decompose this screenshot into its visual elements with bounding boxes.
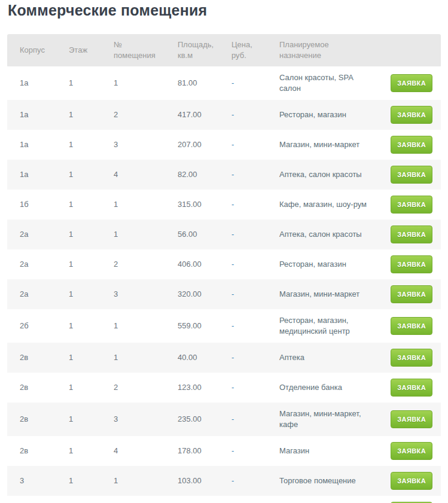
request-button[interactable]: ЗАЯВКА: [391, 136, 432, 154]
cell-korpus: 1а: [7, 66, 56, 100]
cell-purpose: Ресторан, магазин: [267, 100, 374, 130]
cell-price: -: [219, 373, 267, 403]
cell-number: 3: [101, 403, 165, 436]
cell-number: 1: [101, 66, 165, 100]
cell-korpus: 2в: [7, 343, 56, 373]
cell-price: -: [219, 343, 267, 373]
cell-purpose: Торговое помещение: [267, 466, 374, 496]
cell-korpus: 3: [7, 496, 56, 503]
column-header-floor: Этаж: [56, 34, 101, 66]
cell-floor: 1: [56, 373, 101, 403]
cell-korpus: 1а: [7, 130, 56, 160]
column-header-price: Цена, руб.: [219, 34, 267, 66]
cell-action: ЗАЯВКА: [374, 220, 441, 249]
cell-floor: 1: [56, 249, 101, 279]
table-header-row: Корпус Этаж № помещения Площадь, кв.м Це…: [7, 34, 441, 66]
cell-korpus: 2б: [7, 309, 56, 343]
table-row: 2а 1 1 56.00 - Аптека, салон красоты ЗАЯ…: [7, 220, 441, 249]
request-button[interactable]: ЗАЯВКА: [391, 166, 432, 184]
cell-number: 2: [101, 249, 165, 279]
table-row: 2в 1 3 235.00 - Магазин, мини-маркет, ка…: [7, 403, 441, 436]
request-button[interactable]: ЗАЯВКА: [391, 74, 432, 92]
table-row: 3 1 2 71.00 - Торговое помещение ЗАЯВКА: [7, 496, 441, 503]
commercial-premises-page: Коммерческие помещения Корпус Этаж № пом…: [0, 0, 448, 503]
cell-price: -: [219, 100, 267, 130]
cell-purpose: Кафе, магазин, шоу-рум: [267, 190, 374, 220]
table-row: 2а 1 2 406.00 - Ресторан, магазин ЗАЯВКА: [7, 249, 441, 279]
cell-price: -: [219, 309, 267, 343]
request-button[interactable]: ЗАЯВКА: [391, 285, 432, 303]
request-button[interactable]: ЗАЯВКА: [391, 225, 432, 243]
cell-number: 4: [101, 436, 165, 466]
request-button[interactable]: ЗАЯВКА: [391, 196, 432, 214]
cell-area: 71.00: [165, 496, 219, 503]
table-row: 2б 1 1 559.00 - Ресторан, магазин, медиц…: [7, 309, 441, 343]
table-row: 2а 1 3 320.00 - Магазин, мини-маркет ЗАЯ…: [7, 279, 441, 309]
cell-area: 82.00: [165, 160, 219, 190]
cell-number: 3: [101, 279, 165, 309]
cell-purpose: Магазин, мини-маркет: [267, 130, 374, 160]
cell-area: 56.00: [165, 220, 219, 249]
request-button[interactable]: ЗАЯВКА: [391, 472, 432, 490]
cell-price: -: [219, 190, 267, 220]
request-button[interactable]: ЗАЯВКА: [391, 349, 432, 367]
cell-purpose: Торговое помещение: [267, 496, 374, 503]
cell-action: ЗАЯВКА: [374, 343, 441, 373]
column-header-korpus: Корпус: [7, 34, 56, 66]
cell-action: ЗАЯВКА: [374, 309, 441, 343]
cell-floor: 1: [56, 496, 101, 503]
cell-korpus: 2а: [7, 220, 56, 249]
cell-number: 2: [101, 496, 165, 503]
cell-action: ЗАЯВКА: [374, 130, 441, 160]
request-button[interactable]: ЗАЯВКА: [391, 379, 432, 397]
cell-purpose: Отделение банка: [267, 373, 374, 403]
cell-floor: 1: [56, 160, 101, 190]
cell-number: 1: [101, 466, 165, 496]
cell-price: -: [219, 466, 267, 496]
request-button[interactable]: ЗАЯВКА: [391, 410, 432, 428]
cell-action: ЗАЯВКА: [374, 436, 441, 466]
table-row: 2в 1 4 178.00 - Магазин ЗАЯВКА: [7, 436, 441, 466]
cell-action: ЗАЯВКА: [374, 249, 441, 279]
cell-floor: 1: [56, 190, 101, 220]
table-body: 1а 1 1 81.00 - Салон красоты, SPA салон …: [7, 66, 441, 503]
cell-action: ЗАЯВКА: [374, 403, 441, 436]
table-row: 1а 1 2 417.00 - Ресторан, магазин ЗАЯВКА: [7, 100, 441, 130]
cell-area: 235.00: [165, 403, 219, 436]
cell-area: 123.00: [165, 373, 219, 403]
cell-floor: 1: [56, 309, 101, 343]
cell-area: 406.00: [165, 249, 219, 279]
cell-korpus: 2в: [7, 373, 56, 403]
cell-korpus: 2в: [7, 403, 56, 436]
table-row: 1а 1 1 81.00 - Салон красоты, SPA салон …: [7, 66, 441, 100]
cell-area: 178.00: [165, 436, 219, 466]
cell-area: 559.00: [165, 309, 219, 343]
cell-area: 315.00: [165, 190, 219, 220]
page-title: Коммерческие помещения: [8, 1, 448, 20]
cell-action: ЗАЯВКА: [374, 466, 441, 496]
cell-korpus: 1б: [7, 190, 56, 220]
request-button[interactable]: ЗАЯВКА: [391, 255, 432, 273]
cell-floor: 1: [56, 403, 101, 436]
cell-action: ЗАЯВКА: [374, 160, 441, 190]
cell-number: 1: [101, 309, 165, 343]
request-button[interactable]: ЗАЯВКА: [391, 317, 432, 335]
cell-action: ЗАЯВКА: [374, 66, 441, 100]
request-button[interactable]: ЗАЯВКА: [391, 442, 432, 460]
cell-number: 4: [101, 160, 165, 190]
cell-korpus: 2в: [7, 436, 56, 466]
cell-action: ЗАЯВКА: [374, 100, 441, 130]
cell-action: ЗАЯВКА: [374, 496, 441, 503]
cell-korpus: 2а: [7, 249, 56, 279]
cell-floor: 1: [56, 66, 101, 100]
request-button[interactable]: ЗАЯВКА: [391, 106, 432, 124]
cell-price: -: [219, 436, 267, 466]
cell-area: 417.00: [165, 100, 219, 130]
cell-purpose: Магазин: [267, 436, 374, 466]
cell-purpose: Аптека: [267, 343, 374, 373]
cell-number: 1: [101, 190, 165, 220]
table-row: 1б 1 1 315.00 - Кафе, магазин, шоу-рум З…: [7, 190, 441, 220]
table-row: 1а 1 4 82.00 - Аптека, салон красоты ЗАЯ…: [7, 160, 441, 190]
cell-purpose: Салон красоты, SPA салон: [267, 66, 374, 100]
table-row: 2в 1 1 40.00 - Аптека ЗАЯВКА: [7, 343, 441, 373]
